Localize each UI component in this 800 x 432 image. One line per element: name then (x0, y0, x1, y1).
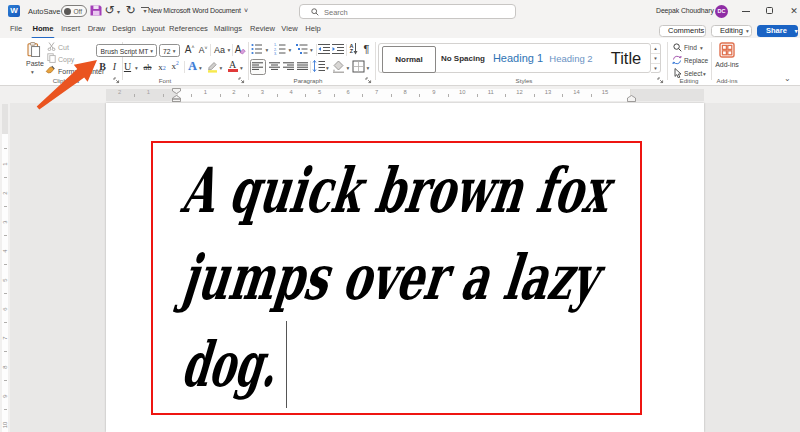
italic-button[interactable]: I (110, 60, 119, 73)
undo-chevron-icon[interactable]: ▾ (117, 8, 120, 15)
shrink-font-button[interactable]: A˅ (197, 44, 209, 56)
find-label[interactable]: Find (684, 44, 697, 51)
shading-button[interactable] (332, 60, 345, 73)
replace-label[interactable]: Replace (684, 57, 708, 64)
clipboard-dialog-launcher-icon[interactable] (113, 77, 120, 84)
style-heading-1[interactable]: Heading 1 (491, 44, 545, 72)
title-chevron-icon[interactable]: ˅ (244, 7, 248, 14)
styles-dialog-launcher-icon[interactable] (657, 77, 664, 84)
bullets-chevron-icon[interactable]: ▾ (266, 47, 269, 53)
user-avatar[interactable]: DC (715, 5, 728, 18)
paste-chevron-icon[interactable]: ▾ (31, 69, 34, 75)
paste-label[interactable]: Paste (26, 60, 44, 67)
document-title[interactable]: New Microsoft Word Document (148, 7, 241, 14)
paste-button[interactable] (24, 42, 42, 57)
font-color-button[interactable]: A (226, 59, 239, 73)
tab-view[interactable]: View (281, 24, 297, 38)
line-spacing-chevron-icon[interactable]: ▾ (326, 65, 329, 71)
shading-chevron-icon[interactable]: ▾ (347, 65, 350, 71)
cut-icon[interactable] (46, 41, 56, 51)
sort-button[interactable]: AZ (348, 42, 360, 56)
add-ins-button[interactable] (719, 42, 735, 58)
first-line-indent-marker[interactable] (172, 88, 181, 94)
style-heading-2[interactable]: Heading 2 (544, 44, 598, 72)
style-normal[interactable]: Normal (382, 46, 436, 73)
clear-formatting-button[interactable]: A (234, 43, 247, 56)
tab-insert[interactable]: Insert (61, 24, 80, 38)
line-spacing-button[interactable] (312, 60, 325, 72)
bullets-button[interactable] (251, 43, 263, 55)
find-icon[interactable] (673, 43, 682, 52)
numbering-chevron-icon[interactable]: ▾ (289, 47, 292, 53)
styles-scroll-down-icon[interactable]: ▼ (651, 54, 660, 64)
superscript-button[interactable]: x2 (169, 59, 181, 72)
underline-chevron-icon[interactable]: ▾ (135, 65, 138, 71)
decrease-indent-button[interactable] (318, 43, 330, 55)
select-label[interactable]: Select (684, 70, 702, 77)
borders-chevron-icon[interactable]: ▾ (367, 65, 370, 71)
underline-button[interactable]: U (122, 60, 133, 73)
save-icon[interactable] (90, 4, 103, 17)
find-chevron-icon[interactable]: ▾ (700, 45, 703, 51)
align-right-button[interactable] (283, 62, 294, 71)
tab-review[interactable]: Review (250, 24, 275, 38)
tab-file[interactable]: File (10, 24, 22, 38)
tab-references[interactable]: References (169, 24, 208, 38)
text-effects-button[interactable]: A (186, 59, 199, 73)
user-name[interactable]: Deepak Choudhary (656, 7, 714, 14)
multilevel-chevron-icon[interactable]: ▾ (310, 47, 313, 53)
change-case-chevron-icon[interactable]: ▾ (228, 47, 231, 53)
change-case-button[interactable]: Aa (212, 43, 227, 56)
tab-layout[interactable]: Layout (142, 24, 165, 38)
document-page[interactable]: A quick brown foxjumps over a lazydog. (106, 103, 704, 432)
font-color-chevron-icon[interactable]: ▾ (240, 65, 243, 71)
minimize-button[interactable] (736, 0, 756, 22)
multilevel-list-button[interactable] (296, 43, 308, 55)
tab-home[interactable]: Home (32, 24, 53, 38)
grow-font-button[interactable]: A˄ (183, 43, 196, 56)
autosave-toggle[interactable]: Off (61, 5, 87, 17)
vertical-ruler[interactable]: 12345678910 (0, 103, 10, 432)
styles-more-icon[interactable]: ▼ (651, 64, 660, 74)
redo-icon[interactable]: ↻ (124, 4, 137, 17)
tab-mailings[interactable]: Mailings (214, 24, 242, 38)
font-name-combobox[interactable]: Brush Script MT ▾ (96, 44, 157, 57)
increase-indent-button[interactable] (332, 43, 344, 55)
share-button[interactable]: Share ▾ (757, 25, 798, 38)
format-painter-icon[interactable] (45, 65, 56, 76)
subscript-button[interactable]: x2 (156, 60, 168, 73)
copy-icon[interactable] (46, 53, 56, 63)
borders-button[interactable] (352, 60, 365, 73)
align-center-button[interactable] (269, 62, 280, 71)
tab-draw[interactable]: Draw (88, 24, 106, 38)
tab-design[interactable]: Design (112, 24, 136, 38)
collapse-ribbon-chevron-icon[interactable]: ⌄ (784, 74, 791, 83)
font-dialog-launcher-icon[interactable] (238, 77, 245, 84)
show-marks-button[interactable]: ¶ (361, 42, 372, 56)
cut-label[interactable]: Cut (58, 44, 69, 51)
justify-button[interactable] (297, 62, 308, 71)
strikethrough-button[interactable]: ab (141, 60, 154, 73)
highlight-color-button[interactable] (205, 59, 219, 73)
share-chevron-icon[interactable]: ▾ (795, 28, 798, 34)
maximize-button[interactable] (760, 0, 780, 22)
text-effects-chevron-icon[interactable]: ▾ (199, 65, 202, 71)
comments-button[interactable]: Comments (659, 25, 706, 38)
undo-icon[interactable]: ↺ (103, 4, 116, 17)
replace-icon[interactable] (672, 55, 682, 65)
tab-help[interactable]: Help (305, 24, 321, 38)
numbering-button[interactable]: 1.2.3. (274, 43, 286, 55)
bold-button[interactable]: B (97, 60, 108, 73)
document-text[interactable]: A quick brown foxjumps over a lazydog. (177, 147, 800, 408)
copy-label[interactable]: Copy (58, 56, 74, 63)
editing-mode-button[interactable]: Editing ▾ (711, 25, 752, 38)
horizontal-ruler[interactable]: 12345678910111213141512 (0, 86, 800, 103)
styles-scroll-up-icon[interactable]: ▲ (651, 44, 660, 54)
add-ins-label[interactable]: Add-ins (715, 61, 739, 68)
search-box[interactable]: Search (299, 4, 516, 19)
hanging-indent-marker[interactable] (172, 95, 181, 102)
close-button[interactable]: ✕ (784, 0, 800, 22)
paragraph-dialog-launcher-icon[interactable] (365, 77, 372, 84)
style-title[interactable]: Title (599, 44, 653, 72)
right-indent-marker[interactable] (627, 95, 636, 102)
